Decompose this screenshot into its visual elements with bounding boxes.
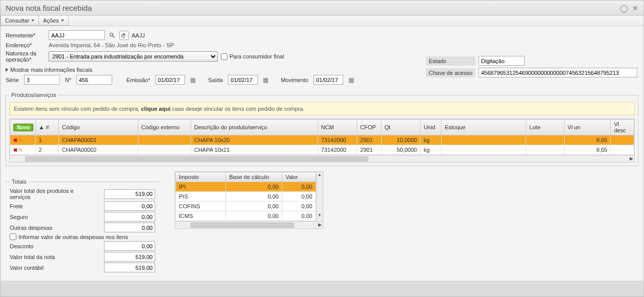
mostrar-mais-info[interactable]: Mostrar mais informações fiscais	[6, 67, 354, 73]
help-icon[interactable]: ◯	[620, 4, 628, 12]
tax-row[interactable]: PIS0,000,00	[176, 192, 316, 202]
tax-row[interactable]: COFINS0,000,00	[176, 202, 316, 211]
tax-row[interactable]: IPI0,000,00	[176, 182, 316, 192]
desconto-input[interactable]	[104, 241, 155, 251]
close-icon[interactable]: ✕	[632, 4, 638, 12]
table-row[interactable]: ✖ ✎2CHAPA00002CHAPA 10x2173142000290150,…	[10, 145, 634, 155]
notice-banner: Existem itens sem vínculo com pedido de …	[9, 102, 635, 115]
cell-valor: 0,00	[282, 202, 316, 211]
calendar-icon[interactable]: ▦	[263, 76, 268, 84]
col-imposto[interactable]: Imposto	[176, 172, 226, 182]
cell-imposto: PIS	[176, 192, 226, 202]
col-ncm[interactable]: NCM	[318, 120, 357, 135]
cell-base: 0,00	[226, 182, 282, 192]
valor-total-label: Valor total dos produtos e serviços	[10, 188, 81, 200]
natureza-label: Natureza da operação	[6, 50, 47, 63]
table-row[interactable]: ✖ ✎1CHAPA00001CHAPA 10x2073142000290110,…	[10, 135, 634, 145]
cell-cfop: 2901	[357, 145, 381, 155]
novo-button[interactable]: Novo	[13, 124, 33, 131]
menu-bar: Consultar Ações	[1, 16, 643, 26]
estado-label: Estado	[426, 56, 475, 66]
col-descricao[interactable]: Descrição do produto/serviço	[191, 120, 318, 135]
produtos-legend: Produtos/serviços	[9, 92, 58, 98]
cell-codigo: CHAPA00001	[58, 135, 138, 145]
calendar-icon[interactable]: ▦	[190, 76, 196, 84]
cell-ncm: 73142000	[318, 145, 357, 155]
vertical-scrollbar[interactable]: ▲ ▼	[316, 172, 323, 221]
cell-codigo: CHAPA00002	[58, 145, 138, 155]
informar-check-input[interactable]	[10, 233, 16, 240]
external-link-icon[interactable]	[119, 31, 129, 40]
col-vldesc[interactable]: Vl desc	[611, 120, 634, 135]
notice-pre: Existem itens sem vínculo com pedido de …	[14, 106, 141, 112]
edit-icon[interactable]: ✎	[18, 147, 23, 153]
emissao-input[interactable]	[155, 75, 185, 85]
valor-nota-input[interactable]	[104, 252, 155, 262]
cell-cfop: 2901	[357, 135, 381, 145]
valor-contabil-label: Valor contábil	[10, 265, 44, 271]
col-estoque[interactable]: Estoque	[442, 120, 526, 135]
scroll-down-icon[interactable]: ▼	[317, 212, 323, 218]
scroll-right-icon[interactable]: ▶	[630, 156, 633, 161]
tax-table: Imposto Base de cálculo Valor IPI0,000,0…	[175, 172, 316, 221]
col-num[interactable]: ▲ #	[35, 120, 58, 135]
remetente-input[interactable]	[49, 30, 105, 40]
col-unid[interactable]: Unid	[420, 120, 441, 135]
search-icon[interactable]	[108, 31, 116, 39]
desconto-label: Desconto	[10, 243, 33, 249]
delete-icon[interactable]: ✖	[13, 147, 17, 153]
frete-input[interactable]	[104, 201, 155, 211]
col-lote[interactable]: Lote	[526, 120, 564, 135]
informar-checkbox[interactable]: Informar valor de outras despesas nos it…	[10, 233, 155, 240]
cell-vldesc	[611, 135, 634, 145]
scroll-up-icon[interactable]: ▲	[317, 172, 323, 177]
valor-total-input[interactable]	[104, 189, 155, 199]
cell-num: 2	[35, 145, 58, 155]
scroll-thumb[interactable]	[191, 223, 294, 228]
numero-input[interactable]	[76, 75, 112, 85]
chave-field[interactable]	[479, 68, 637, 77]
scroll-right-icon[interactable]: ▶	[318, 222, 322, 227]
seguro-input[interactable]	[104, 212, 155, 222]
cell-base: 0,00	[226, 192, 282, 202]
cell-vlun: 8,65	[564, 145, 611, 155]
serie-input[interactable]	[24, 75, 60, 85]
cell-lote	[526, 145, 564, 155]
cell-valor: 0,00	[282, 192, 316, 202]
col-codigo[interactable]: Código	[58, 120, 138, 135]
col-cod-ext[interactable]: Código externo	[138, 120, 191, 135]
calendar-icon[interactable]: ▦	[348, 76, 354, 84]
consumidor-checkbox[interactable]: Para consumidor final	[221, 53, 284, 60]
remetente-label: Remetente	[6, 32, 47, 38]
scroll-thumb[interactable]	[25, 156, 368, 162]
valor-contabil-input[interactable]	[104, 263, 155, 272]
menu-acoes-label: Ações	[43, 17, 59, 24]
tax-row[interactable]: ICMS0,000,00	[176, 211, 316, 221]
cell-imposto: ICMS	[176, 211, 226, 221]
outras-input[interactable]	[104, 223, 155, 232]
movimento-input[interactable]	[314, 75, 343, 85]
edit-icon[interactable]: ✎	[18, 137, 23, 143]
saida-input[interactable]	[228, 75, 258, 85]
horizontal-scrollbar[interactable]: ▶	[10, 155, 634, 162]
outras-label: Outras despesas	[10, 225, 52, 231]
col-vlun[interactable]: Vl un	[564, 120, 611, 135]
col-cfop[interactable]: CFOP	[357, 120, 381, 135]
col-base[interactable]: Base de cálculo	[226, 172, 282, 182]
col-qt[interactable]: Qt	[381, 120, 420, 135]
svg-line-1	[113, 35, 115, 37]
title-bar: Nova nota fiscal recebida ◯ ✕	[1, 1, 643, 16]
notice-link[interactable]: clique aqui	[141, 106, 170, 112]
menu-acoes[interactable]: Ações	[38, 16, 69, 26]
cell-vldesc	[611, 145, 634, 155]
cell-base: 0,00	[226, 211, 282, 221]
delete-icon[interactable]: ✖	[13, 137, 17, 143]
natureza-select[interactable]: 2901 - Entrada para industrialização por…	[49, 51, 218, 62]
cell-base: 0,00	[226, 202, 282, 211]
estado-field[interactable]	[479, 56, 525, 66]
tax-horizontal-scrollbar[interactable]: ▶	[175, 221, 323, 228]
col-valor[interactable]: Valor	[282, 172, 316, 182]
cell-unid: kg	[420, 145, 441, 155]
consumidor-check-input[interactable]	[221, 53, 227, 60]
menu-consultar[interactable]: Consultar	[1, 16, 39, 26]
